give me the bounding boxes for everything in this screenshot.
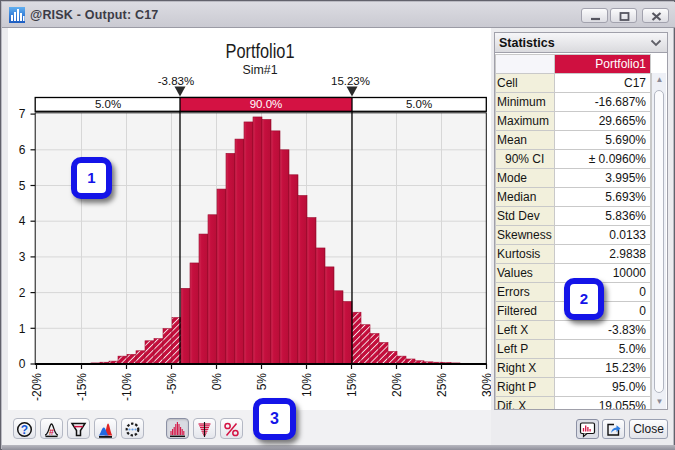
- svg-text:5.0%: 5.0%: [95, 98, 121, 110]
- svg-text:6: 6: [19, 143, 26, 157]
- svg-text:-5%: -5%: [165, 373, 179, 395]
- svg-text:10%: 10%: [300, 373, 314, 397]
- svg-text:90.0%: 90.0%: [250, 98, 283, 110]
- svg-text:20%: 20%: [390, 373, 404, 397]
- svg-text:0%: 0%: [210, 373, 224, 391]
- svg-text:1: 1: [19, 322, 26, 336]
- svg-text:30%: 30%: [480, 373, 491, 397]
- svg-text:5: 5: [19, 179, 26, 193]
- svg-text:-15%: -15%: [75, 373, 89, 401]
- svg-text:0: 0: [19, 357, 26, 371]
- svg-text:5%: 5%: [255, 373, 269, 391]
- svg-text:-20%: -20%: [30, 373, 44, 401]
- svg-text:15.23%: 15.23%: [331, 75, 370, 87]
- svg-text:3: 3: [19, 250, 26, 264]
- svg-text:2: 2: [19, 286, 26, 300]
- svg-text:Sim#1: Sim#1: [243, 63, 278, 77]
- svg-text:15%: 15%: [345, 373, 359, 397]
- svg-text:7: 7: [19, 107, 26, 121]
- svg-text:#: #: [49, 427, 54, 437]
- svg-text:25%: 25%: [435, 373, 449, 397]
- svg-text:Portfolio1: Portfolio1: [226, 40, 295, 62]
- svg-text:?: ?: [21, 423, 28, 437]
- svg-text:-10%: -10%: [120, 373, 134, 401]
- svg-text:4: 4: [19, 214, 26, 228]
- svg-text:-3.83%: -3.83%: [158, 75, 194, 87]
- svg-text:5.0%: 5.0%: [406, 98, 432, 110]
